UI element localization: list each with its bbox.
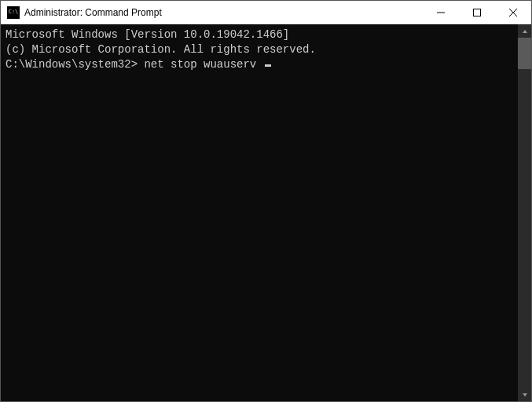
vertical-scrollbar[interactable]	[518, 24, 531, 401]
window-controls	[423, 1, 531, 24]
minimize-button[interactable]	[423, 1, 459, 24]
window-title: Administrator: Command Prompt	[24, 7, 423, 18]
scroll-thumb[interactable]	[518, 38, 531, 69]
scroll-up-arrow[interactable]	[518, 24, 531, 38]
close-button[interactable]	[495, 1, 531, 24]
cmd-icon	[7, 6, 20, 19]
prompt-line: C:\Windows\system32> net stop wuauserv	[6, 57, 513, 72]
close-icon	[509, 9, 517, 16]
text-cursor	[265, 64, 271, 67]
terminal-output[interactable]: Microsoft Windows [Version 10.0.19042.14…	[1, 24, 518, 401]
chevron-down-icon	[522, 392, 528, 398]
chevron-up-icon	[522, 28, 528, 35]
svg-rect-1	[474, 9, 481, 16]
copyright-line: (c) Microsoft Corporation. All rights re…	[6, 42, 513, 57]
scroll-down-arrow[interactable]	[518, 388, 531, 401]
typed-command: net stop wuauserv	[144, 58, 256, 71]
window-titlebar[interactable]: Administrator: Command Prompt	[1, 1, 531, 24]
version-line: Microsoft Windows [Version 10.0.19042.14…	[6, 27, 513, 42]
svg-marker-4	[523, 30, 527, 33]
maximize-icon	[473, 9, 481, 16]
terminal-container: Microsoft Windows [Version 10.0.19042.14…	[1, 24, 531, 401]
maximize-button[interactable]	[459, 1, 495, 24]
prompt-path: C:\Windows\system32>	[6, 58, 138, 71]
minimize-icon	[437, 9, 445, 16]
svg-marker-5	[523, 393, 527, 397]
